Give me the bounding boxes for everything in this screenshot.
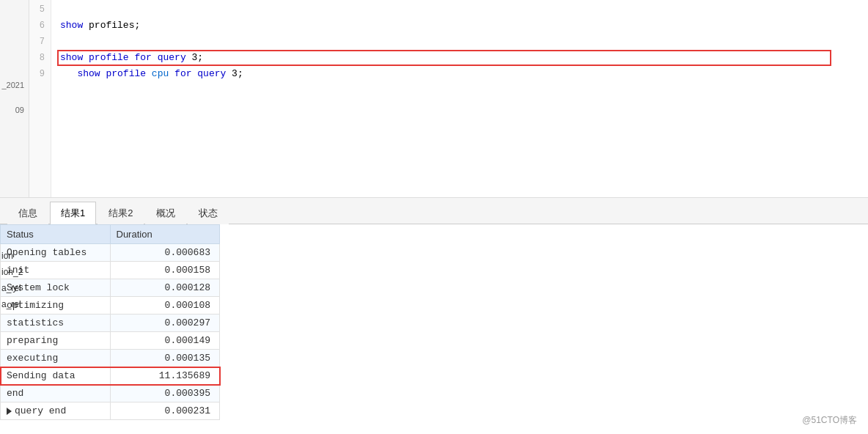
sidebar-label-ion: ion <box>1 248 23 264</box>
code-line-6: show profiles; <box>60 18 868 34</box>
sidebar-label-ion2: ion_2 <box>1 264 23 280</box>
cell-duration: 11.135689 <box>110 367 220 385</box>
col-duration: Duration <box>110 225 220 244</box>
cell-duration: 0.000135 <box>110 350 220 367</box>
cell-status: query end <box>1 402 111 420</box>
kw-for: for <box>134 50 151 66</box>
table-container: Status Duration Opening tables0.000683in… <box>0 224 868 434</box>
cell-duration: 0.000149 <box>110 332 220 350</box>
line-num-7: 7 <box>40 34 45 50</box>
cell-duration: 0.000297 <box>110 315 220 332</box>
code-line-7 <box>60 34 868 50</box>
line-num-9: 9 <box>40 66 45 82</box>
code-line-5 <box>60 1 868 18</box>
tabs-bar: 信息 结果1 结果2 概况 状态 <box>0 198 868 224</box>
cell-duration: 0.000128 <box>110 279 220 297</box>
table-row: init0.000158 <box>1 262 220 279</box>
tab-result1[interactable]: 结果1 <box>50 202 96 224</box>
col-status: Status <box>1 225 111 244</box>
year-label: _2021 <box>1 81 24 89</box>
watermark: @51CTO博客 <box>802 414 857 427</box>
kw-profile-9: profile <box>106 66 146 82</box>
code-line-9: show profile cpu for query 3; <box>60 66 868 82</box>
kw-profile: profile <box>89 50 129 66</box>
kw-show-8: show <box>60 50 83 66</box>
line-numbers: 5 6 7 8 9 <box>29 0 51 197</box>
cell-status: executing <box>1 350 111 367</box>
kw-query-9: query <box>197 66 226 82</box>
table-row: statistics0.000297 <box>1 315 220 332</box>
code-line-8: show profile for query 3; <box>60 50 868 66</box>
cell-duration: 0.000395 <box>110 385 220 402</box>
table-header-row: Status Duration <box>1 225 220 244</box>
cell-duration: 0.000108 <box>110 297 220 315</box>
tab-overview[interactable]: 概况 <box>145 202 186 224</box>
code-content: show profiles; show profile for query 3;… <box>51 0 868 197</box>
tab-result2[interactable]: 结果2 <box>98 202 144 224</box>
cell-status: preparing <box>1 332 111 350</box>
tab-status[interactable]: 状态 <box>188 202 229 224</box>
code-editor: _2021 09 5 6 7 8 9 show profiles; show p… <box>0 0 868 198</box>
cell-status: statistics <box>1 315 111 332</box>
kw-query: query <box>158 50 186 66</box>
cell-duration: 0.000683 <box>110 244 220 262</box>
code-text: profiles; <box>89 18 140 34</box>
sidebar-label-arel2: a_rel <box>1 296 23 312</box>
cell-duration: 0.000231 <box>110 402 220 420</box>
table-row: System lock0.000128 <box>1 279 220 297</box>
cell-duration: 0.000158 <box>110 262 220 279</box>
table-row: Sending data11.135689 <box>1 367 220 385</box>
kw-cpu: cpu <box>152 66 169 82</box>
line-num-5: 5 <box>40 1 45 18</box>
line-num-6: 6 <box>40 18 45 34</box>
results-area: 信息 结果1 结果2 概况 状态 Status Duration Opening… <box>0 198 868 434</box>
table-row: executing0.000135 <box>1 350 220 367</box>
cell-status: end <box>1 385 111 402</box>
time-label: 09 <box>15 106 24 114</box>
kw-for-9: for <box>174 66 191 82</box>
sidebar-labels: ion ion_2 a_rel a_rel <box>1 248 23 312</box>
tab-info[interactable]: 信息 <box>7 202 48 224</box>
table-row: preparing0.000149 <box>1 332 220 350</box>
table-row: optimizing0.000108 <box>1 297 220 315</box>
table-row: Opening tables0.000683 <box>1 244 220 262</box>
line-num-8: 8 <box>40 50 45 66</box>
table-body: Opening tables0.000683init0.000158System… <box>1 244 220 420</box>
keyword-show: show <box>60 18 83 34</box>
table-row: end0.000395 <box>1 385 220 402</box>
table-row: query end0.000231 <box>1 402 220 420</box>
sidebar-label-arel1: a_rel <box>1 280 23 296</box>
kw-show-9: show <box>77 66 100 82</box>
results-table: Status Duration Opening tables0.000683in… <box>0 224 220 420</box>
left-sidebar: _2021 09 <box>0 0 29 197</box>
expand-icon <box>7 408 12 415</box>
cell-status: Sending data <box>1 367 111 385</box>
